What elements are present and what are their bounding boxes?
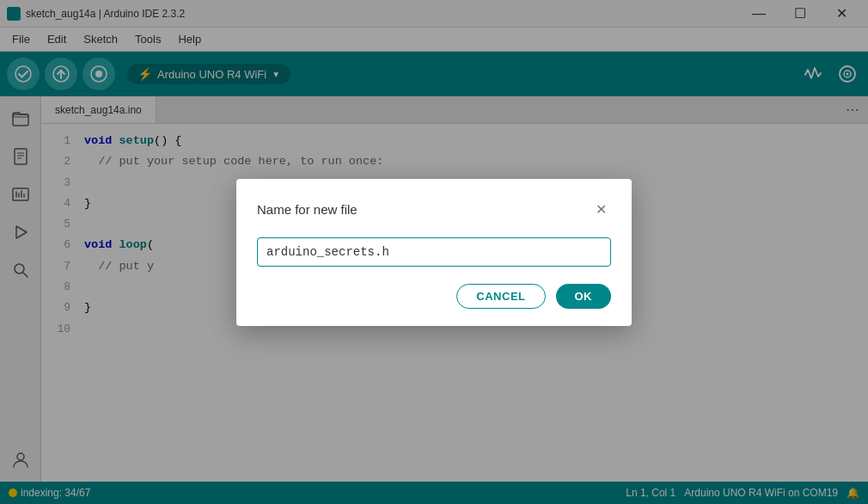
dialog-buttons: CANCEL OK <box>257 284 611 309</box>
cancel-button[interactable]: CANCEL <box>456 284 545 309</box>
dialog-title: Name for new file <box>257 202 358 217</box>
dialog-header: Name for new file ✕ <box>257 200 611 220</box>
dialog-close-button[interactable]: ✕ <box>590 200 611 220</box>
ok-button[interactable]: OK <box>556 284 612 309</box>
dialog-new-file: Name for new file ✕ CANCEL OK <box>236 179 632 326</box>
new-file-name-input[interactable] <box>257 237 611 267</box>
modal-overlay: Name for new file ✕ CANCEL OK <box>0 0 868 504</box>
